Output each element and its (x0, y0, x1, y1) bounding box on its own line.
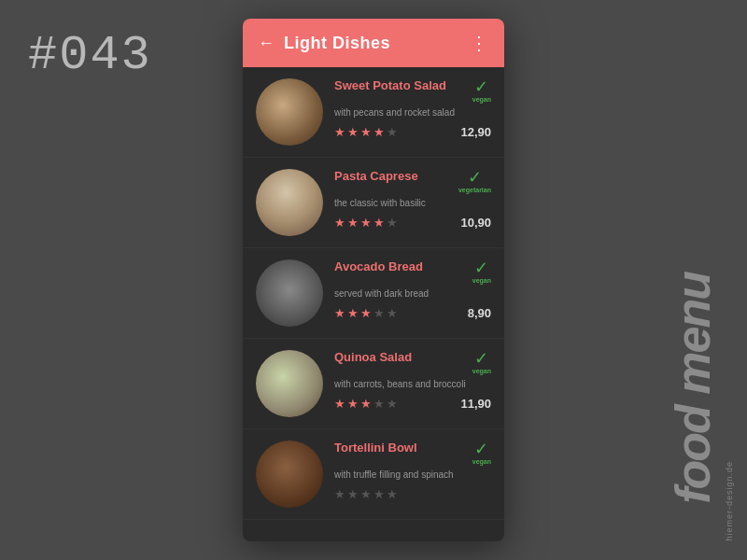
item-image (256, 169, 323, 236)
rating-stars: ★★★★★ (334, 216, 398, 230)
star-empty: ★ (387, 125, 398, 139)
star-empty: ★ (374, 306, 385, 320)
diet-badge: ✓ vegan (472, 78, 491, 103)
star-filled: ★ (374, 216, 385, 230)
diet-label: vegan (472, 458, 491, 465)
vegan-icon: ✓ (474, 441, 488, 457)
item-description: served with dark bread (334, 287, 491, 301)
list-item[interactable]: Tortellini Bowl ✓ vegan with truffle fil… (243, 429, 504, 520)
rating-stars: ★★★★★ (334, 306, 398, 320)
item-bottom: ★★★★★ 11,90 (334, 397, 491, 411)
star-filled: ★ (360, 306, 372, 320)
list-item[interactable]: Quinoa Salad ✓ vegan with carrots, beans… (243, 339, 504, 429)
rating-stars: ★★★★★ (334, 397, 398, 411)
item-name: Pasta Caprese (334, 169, 418, 183)
app-header: ← Light Dishes ⋮ (243, 19, 504, 67)
back-button[interactable]: ← (258, 34, 275, 53)
star-empty: ★ (347, 487, 359, 501)
diet-badge: ✓ vegetarian (458, 169, 491, 193)
item-name: Tortellini Bowl (334, 441, 417, 455)
list-item[interactable]: Avocado Bread ✓ vegan served with dark b… (243, 248, 504, 339)
item-details: Sweet Potato Salad ✓ vegan with pecans a… (334, 78, 491, 139)
item-price: 11,90 (460, 397, 491, 411)
item-price: 10,90 (460, 216, 491, 230)
vegan-icon: ✓ (474, 78, 488, 95)
item-top: Pasta Caprese ✓ vegetarian (334, 169, 491, 193)
item-description: with carrots, beans and broccoli (334, 378, 491, 391)
star-empty: ★ (374, 487, 385, 501)
star-filled: ★ (347, 306, 359, 320)
phone-frame: ← Light Dishes ⋮ Sweet Potato Salad ✓ ve… (243, 19, 504, 541)
item-name: Avocado Bread (334, 259, 423, 273)
star-filled: ★ (360, 125, 372, 139)
star-empty: ★ (387, 216, 398, 230)
star-filled: ★ (347, 397, 359, 411)
item-top: Quinoa Salad ✓ vegan (334, 350, 491, 374)
menu-list: Sweet Potato Salad ✓ vegan with pecans a… (243, 67, 504, 541)
header-left: ← Light Dishes (258, 34, 390, 53)
diet-label: vegan (472, 277, 491, 284)
vegan-icon: ✓ (474, 350, 488, 367)
diet-label: vegan (472, 368, 491, 374)
star-filled: ★ (334, 397, 345, 411)
rating-stars: ★★★★★ (334, 125, 398, 139)
item-details: Tortellini Bowl ✓ vegan with truffle fil… (334, 441, 491, 501)
star-empty: ★ (360, 487, 372, 501)
diet-badge: ✓ vegan (472, 350, 491, 374)
item-top: Avocado Bread ✓ vegan (334, 259, 491, 284)
list-item[interactable]: Pasta Caprese ✓ vegetarian the classic w… (243, 158, 504, 248)
diet-label: vegetarian (458, 187, 491, 193)
page-number: #043 (28, 28, 152, 83)
star-filled: ★ (374, 125, 385, 139)
star-filled: ★ (334, 306, 345, 320)
item-image (256, 441, 323, 508)
rating-stars: ★★★★★ (334, 487, 398, 501)
star-filled: ★ (334, 216, 345, 230)
brand-text: food menu (665, 273, 721, 504)
star-filled: ★ (360, 397, 372, 411)
item-bottom: ★★★★★ (334, 487, 491, 501)
star-filled: ★ (347, 125, 359, 139)
item-image (256, 78, 323, 146)
star-empty: ★ (387, 306, 398, 320)
item-bottom: ★★★★★ 10,90 (334, 216, 491, 230)
vegan-icon: ✓ (468, 169, 482, 186)
diet-label: vegan (472, 96, 491, 103)
star-empty: ★ (374, 397, 385, 411)
diet-badge: ✓ vegan (472, 441, 491, 465)
item-details: Pasta Caprese ✓ vegetarian the classic w… (334, 169, 491, 230)
item-description: the classic with basilic (334, 197, 491, 210)
item-description: with truffle filling and spinach (334, 469, 491, 482)
star-filled: ★ (347, 216, 359, 230)
item-details: Quinoa Salad ✓ vegan with carrots, beans… (334, 350, 491, 411)
star-empty: ★ (334, 487, 345, 501)
diet-badge: ✓ vegan (472, 259, 491, 284)
item-bottom: ★★★★★ 12,90 (334, 125, 491, 139)
star-empty: ★ (387, 397, 398, 411)
star-filled: ★ (334, 125, 345, 139)
vegan-icon: ✓ (474, 259, 488, 276)
item-top: Tortellini Bowl ✓ vegan (334, 441, 491, 465)
star-filled: ★ (360, 216, 372, 230)
item-name: Quinoa Salad (334, 350, 412, 364)
item-price: 12,90 (460, 125, 491, 139)
watermark: hiemer-design.de (725, 461, 734, 541)
item-price: 8,90 (468, 306, 491, 320)
item-image (256, 350, 323, 417)
item-details: Avocado Bread ✓ vegan served with dark b… (334, 259, 491, 320)
item-name: Sweet Potato Salad (334, 78, 446, 92)
item-description: with pecans and rocket salad (334, 106, 491, 119)
page-title: Light Dishes (284, 34, 390, 53)
item-bottom: ★★★★★ 8,90 (334, 306, 491, 320)
item-top: Sweet Potato Salad ✓ vegan (334, 78, 491, 103)
list-item[interactable]: Sweet Potato Salad ✓ vegan with pecans a… (243, 67, 504, 158)
more-options-button[interactable]: ⋮ (470, 32, 489, 54)
item-image (256, 259, 323, 327)
star-empty: ★ (387, 487, 398, 501)
